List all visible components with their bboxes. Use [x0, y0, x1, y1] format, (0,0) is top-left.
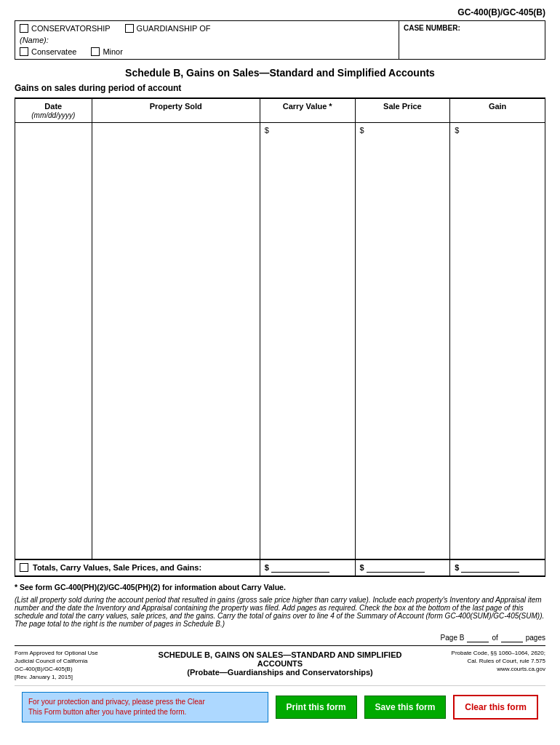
totals-label-text: Totals, Carry Values, Sale Prices, and G…: [33, 563, 201, 572]
center-subtitle-text: (Probate—Guardianships and Conservatorsh…: [138, 668, 422, 677]
cell-date[interactable]: [15, 123, 92, 559]
cell-sale[interactable]: $: [355, 123, 450, 559]
carry-dollar: $: [265, 126, 269, 135]
page-indicator: Page B of pages: [15, 634, 545, 642]
guardianship-checkbox[interactable]: [125, 24, 134, 33]
clear-button[interactable]: Clear this form: [453, 695, 538, 720]
table-header-row: Date (mm/dd/yyyy) Property Sold Carry Va…: [15, 98, 545, 123]
totals-sale-dollar: $: [360, 563, 364, 572]
page: GC-400(B)/GC-405(B) CONSERVATORSHIP GUAR…: [0, 0, 560, 745]
left-info-line1: Form Approved for Optional Use: [15, 649, 131, 657]
footnote-body: (List all property sold during the accou…: [15, 596, 545, 628]
save-button[interactable]: Save this form: [364, 696, 447, 719]
col-header-gain: Gain: [450, 98, 545, 123]
form-number: GC-400(B)/GC-405(B): [15, 7, 545, 17]
conservatee-label: Conservatee: [31, 47, 76, 56]
header-left: CONSERVATORSHIP GUARDIANSHIP OF (Name): …: [15, 21, 399, 59]
totals-row: Totals, Carry Values, Sale Prices, and G…: [15, 559, 545, 576]
gains-subtitle: Gains on sales during period of account: [15, 83, 545, 93]
guardianship-label: GUARDIANSHIP OF: [137, 24, 211, 33]
conservatorship-checkbox-label: CONSERVATORSHIP: [20, 24, 111, 33]
minor-checkbox[interactable]: [91, 47, 100, 56]
totals-gain[interactable]: $: [450, 559, 545, 576]
pages-label: pages: [526, 634, 545, 642]
totals-checkbox[interactable]: [20, 563, 28, 572]
totals-gain-dollar: $: [455, 563, 459, 572]
minor-label: Minor: [103, 47, 123, 56]
main-table: Date (mm/dd/yyyy) Property Sold Carry Va…: [15, 97, 545, 577]
conservatorship-checkbox[interactable]: [20, 24, 28, 33]
table-row: $ $ $: [15, 123, 545, 559]
footnote-star: * See form GC-400(PH)(2)/GC-405(PH)(2) f…: [15, 583, 545, 591]
totals-carry[interactable]: $: [260, 559, 355, 576]
sale-dollar: $: [360, 126, 364, 135]
conservatorship-label: CONSERVATORSHIP: [31, 24, 111, 33]
minor-checkbox-label: Minor: [91, 47, 123, 56]
left-info-line3: GC-400(B)/GC-405(B): [15, 665, 131, 673]
privacy-line1: For your protection and privacy, please …: [28, 697, 262, 707]
totals-carry-dollar: $: [265, 563, 269, 572]
privacy-line2: This Form button after you have printed …: [28, 707, 262, 717]
left-info-line2: Judicial Council of California: [15, 657, 131, 665]
totals-sale[interactable]: $: [355, 559, 450, 576]
guardianship-checkbox-label: GUARDIANSHIP OF: [125, 24, 211, 33]
cell-gain[interactable]: $: [450, 123, 545, 559]
col-header-property: Property Sold: [92, 98, 260, 123]
totals-label-cell: Totals, Carry Values, Sale Prices, and G…: [15, 559, 260, 576]
col-header-carry: Carry Value *: [260, 98, 355, 123]
schedule-title: Schedule B, Gains on Sales—Standard and …: [15, 67, 545, 79]
right-info-line3: www.courts.ca.gov: [429, 665, 545, 673]
col-header-sale: Sale Price: [355, 98, 450, 123]
left-info-line4: [Rev. January 1, 2015]: [15, 673, 131, 681]
of-label: of: [492, 634, 497, 642]
case-number-section: CASE NUMBER:: [399, 21, 545, 59]
page-label: Page B: [441, 634, 465, 642]
print-button[interactable]: Print this form: [276, 696, 357, 719]
action-bar: For your protection and privacy, please …: [15, 685, 545, 728]
conservatee-checkbox[interactable]: [20, 47, 28, 56]
case-number-label: CASE NUMBER:: [404, 24, 460, 32]
conservatee-checkbox-label: Conservatee: [20, 47, 76, 56]
cell-carry[interactable]: $: [260, 123, 355, 559]
bottom-right-info: Probate Code, §§ 1060–1064, 2620; Cal. R…: [429, 649, 545, 682]
header-box: CONSERVATORSHIP GUARDIANSHIP OF (Name): …: [15, 20, 545, 60]
bottom-bar: Form Approved for Optional Use Judicial …: [15, 645, 545, 682]
center-title-text: SCHEDULE B, GAINS ON SALES—STANDARD AND …: [138, 650, 422, 668]
privacy-notice: For your protection and privacy, please …: [22, 692, 268, 722]
cell-property[interactable]: [92, 123, 260, 559]
name-label: (Name):: [20, 36, 394, 44]
bottom-left-info: Form Approved for Optional Use Judicial …: [15, 649, 131, 682]
bottom-center-title: SCHEDULE B, GAINS ON SALES—STANDARD AND …: [131, 649, 429, 682]
col-header-date: Date (mm/dd/yyyy): [15, 98, 92, 123]
right-info-line2: Cal. Rules of Court, rule 7.575: [429, 657, 545, 665]
right-info-line1: Probate Code, §§ 1060–1064, 2620;: [429, 649, 545, 657]
gain-dollar: $: [455, 126, 459, 135]
